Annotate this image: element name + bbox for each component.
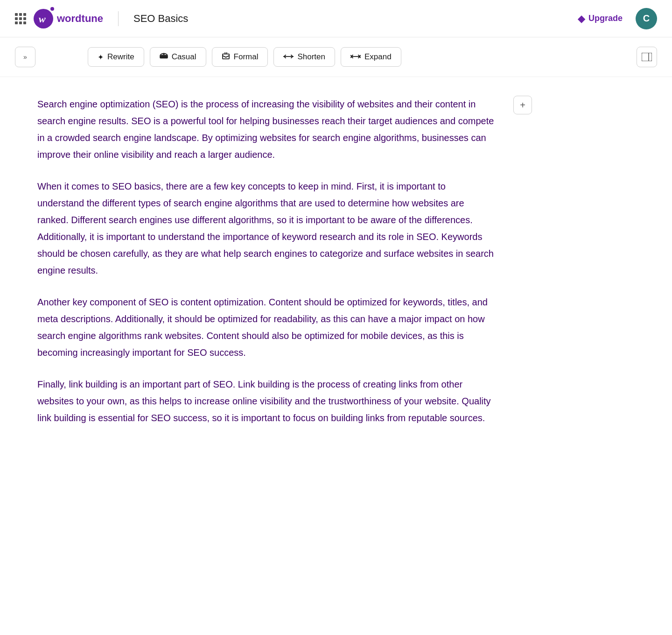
document-title: SEO Basics [133, 13, 188, 25]
expand-icon [350, 53, 361, 61]
content-area: Search engine optimization (SEO) is the … [37, 96, 523, 441]
app-header: w wordtune SEO Basics ◆ Upgrade C [0, 0, 672, 37]
app-name: wordtune [57, 13, 103, 25]
formal-icon [222, 52, 230, 62]
expand-button[interactable]: Expand [341, 47, 401, 67]
shorten-label: Shorten [297, 52, 325, 62]
sidebar-toggle-icon [642, 53, 652, 61]
upgrade-button[interactable]: ◆ Upgrade [572, 9, 628, 28]
casual-label: Casual [172, 52, 196, 62]
expand-label: Expand [364, 52, 392, 62]
shorten-button[interactable]: Shorten [273, 47, 335, 67]
rewrite-button[interactable]: ✦ Rewrite [88, 47, 144, 67]
formal-button[interactable]: Formal [212, 47, 268, 67]
svg-rect-1 [160, 55, 168, 58]
logo-svg: w [37, 13, 49, 25]
header-left: w wordtune SEO Basics [15, 9, 188, 28]
toolbar-buttons: ✦ Rewrite Casual Forma [88, 47, 401, 67]
upgrade-label: Upgrade [588, 14, 623, 23]
paragraph-2[interactable]: When it comes to SEO basics, there are a… [37, 178, 495, 279]
paragraph-1[interactable]: Search engine optimization (SEO) is the … [37, 96, 495, 163]
main-content: Search engine optimization (SEO) is the … [0, 77, 560, 460]
formal-label: Formal [234, 52, 259, 62]
logo[interactable]: w wordtune [34, 9, 103, 28]
apps-grid-icon[interactable] [15, 13, 26, 24]
casual-button[interactable]: Casual [150, 47, 206, 67]
svg-text:w: w [39, 13, 46, 25]
add-content-button[interactable]: + [513, 96, 532, 114]
header-right: ◆ Upgrade C [572, 8, 657, 29]
svg-rect-2 [163, 53, 165, 55]
rewrite-label: Rewrite [107, 52, 134, 62]
user-avatar[interactable]: C [636, 8, 657, 29]
paragraph-3[interactable]: Another key component of SEO is content … [37, 294, 495, 361]
logo-icon: w [34, 9, 53, 28]
svg-rect-6 [642, 53, 652, 61]
sidebar-toggle-button[interactable] [637, 47, 657, 67]
header-divider [118, 11, 119, 26]
rewrite-icon: ✦ [98, 53, 104, 62]
collapse-button[interactable]: » [15, 47, 35, 67]
shorten-icon [283, 53, 294, 61]
toolbar: » ✦ Rewrite Casual [0, 37, 672, 77]
casual-icon [160, 53, 168, 61]
paragraph-4[interactable]: Finally, link building is an important p… [37, 376, 495, 426]
diamond-icon: ◆ [578, 13, 585, 24]
